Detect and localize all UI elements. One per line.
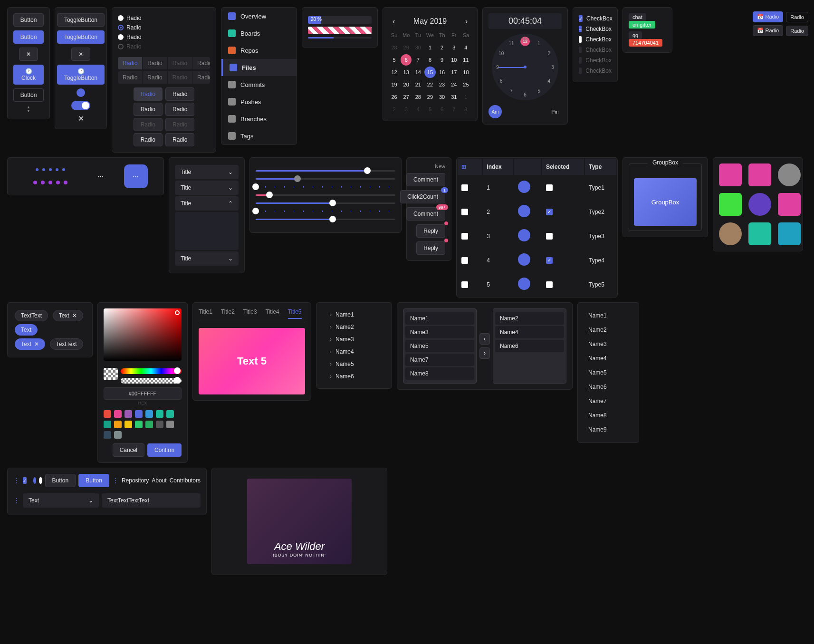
calendar-day[interactable]: 1	[424, 42, 435, 53]
calendar-day[interactable]: 19	[389, 79, 400, 90]
slider[interactable]	[256, 219, 395, 220]
calendar-day[interactable]: 12	[389, 67, 400, 78]
chip-closable[interactable]: Text✕	[53, 310, 83, 321]
table-row[interactable]: 4 ✓ Type4	[458, 249, 616, 272]
round-avatar[interactable]	[748, 193, 771, 216]
color-swatch[interactable]	[166, 421, 174, 428]
calendar-day[interactable]: 18	[460, 67, 471, 78]
color-swatch[interactable]	[124, 410, 132, 418]
list-item[interactable]: Name7	[584, 394, 633, 408]
slider-thumb[interactable]	[174, 367, 181, 374]
list-item[interactable]: Name6	[495, 340, 564, 352]
pixel-avatar[interactable]	[719, 193, 742, 216]
transfer-right-list[interactable]: Name2Name4Name6	[493, 308, 566, 384]
tree-item[interactable]: Name1	[322, 308, 386, 321]
radio-option[interactable]: Radio	[118, 32, 210, 42]
calendar-day[interactable]: 10	[449, 54, 460, 66]
color-swatch[interactable]	[156, 421, 163, 428]
radio-pill[interactable]: Radio	[134, 103, 163, 116]
radio-pill[interactable]: Radio	[134, 133, 163, 146]
calendar-day[interactable]: 15	[424, 67, 435, 78]
tree-item[interactable]: Name6	[322, 370, 386, 383]
toolbar-checkbox[interactable]: ✓	[23, 477, 27, 484]
comment-button[interactable]: Comment	[406, 173, 445, 186]
color-swatch[interactable]	[104, 410, 111, 418]
table-row[interactable]: 3 Type3	[458, 224, 616, 248]
chip-primary-closable[interactable]: Text✕	[15, 338, 45, 350]
grip-icon[interactable]: ⋮	[112, 477, 119, 484]
color-swatch[interactable]	[145, 421, 153, 428]
selected-checkbox[interactable]	[546, 184, 553, 191]
row-checkbox[interactable]	[461, 233, 468, 240]
button-primary[interactable]: Button	[13, 30, 44, 44]
list-item[interactable]: Name9	[584, 423, 633, 437]
color-swatch[interactable]	[135, 421, 143, 428]
nav-item-boards[interactable]: Boards	[221, 25, 297, 42]
toggle-button[interactable]: ToggleButton	[57, 13, 105, 27]
toolbar-radio[interactable]	[33, 477, 36, 484]
toolbar-select[interactable]: Text⌄	[23, 493, 99, 508]
checkbox[interactable]: CheckBox	[579, 34, 612, 45]
radio-option[interactable]: Radio	[118, 13, 210, 23]
radio-pill[interactable]: Radio	[165, 133, 194, 146]
calendar-day[interactable]: 4	[460, 42, 471, 53]
radio-pill[interactable]: Radio	[165, 103, 194, 116]
radio-option[interactable]: Radio	[118, 23, 210, 32]
calendar-day[interactable]: 28	[412, 91, 423, 103]
slider-ticks[interactable]	[256, 186, 395, 188]
checkbox[interactable]: −CheckBox	[579, 24, 612, 34]
calendar-day[interactable]: 17	[449, 67, 460, 78]
list-item[interactable]: Name4	[495, 326, 564, 338]
gitter-badge[interactable]: on gitter	[629, 21, 655, 29]
am-button[interactable]: Am	[488, 105, 502, 118]
grid-icon[interactable]: ⊞	[461, 163, 466, 170]
radio-box[interactable]: Radio	[786, 12, 808, 22]
contributors-link[interactable]: Contributors	[170, 477, 201, 484]
color-cursor[interactable]	[175, 310, 180, 315]
checkbox[interactable]: ✓CheckBox	[579, 13, 612, 24]
calendar-day[interactable]: 25	[460, 79, 471, 90]
color-swatch[interactable]	[135, 410, 143, 418]
color-swatch[interactable]	[104, 431, 111, 439]
close-button[interactable]: ✕	[71, 48, 90, 61]
cancel-button[interactable]: Cancel	[113, 443, 144, 457]
col-selected[interactable]: Selected	[542, 159, 584, 175]
radio-box[interactable]: Radio	[786, 26, 808, 36]
color-swatch[interactable]	[124, 421, 132, 428]
nav-item-tags[interactable]: Tags	[221, 127, 297, 144]
clock-button[interactable]: 🕐 Clock	[13, 65, 44, 85]
calendar-day[interactable]: 11	[460, 54, 471, 66]
tab-title3[interactable]: Title3	[243, 308, 257, 319]
hue-slider[interactable]	[121, 368, 182, 374]
color-swatch[interactable]	[145, 410, 153, 418]
close-button[interactable]: ✕	[19, 48, 38, 61]
list-item[interactable]: Name8	[405, 367, 474, 380]
pixel-avatar[interactable]	[748, 163, 771, 186]
table-row[interactable]: 2 ✓ Type2	[458, 200, 616, 223]
calendar-day[interactable]: 7	[412, 54, 423, 66]
slider[interactable]	[256, 170, 395, 172]
radio-box[interactable]: 📅 Radio	[753, 11, 783, 22]
list-item[interactable]: Name6	[584, 380, 633, 394]
switch-toggle[interactable]	[71, 101, 90, 110]
reply-button[interactable]: Reply	[416, 224, 445, 238]
toggle-button-active[interactable]: ToggleButton	[57, 30, 105, 44]
calendar-grid[interactable]: SuMoTuWeThFrSa28293012345678910111213141…	[389, 29, 471, 115]
transfer-left-list[interactable]: Name1Name3Name5Name7Name8	[403, 308, 477, 384]
list-item[interactable]: Name1	[584, 308, 633, 323]
radio-pill[interactable]: Radio	[165, 87, 194, 101]
calendar-day[interactable]: 27	[401, 91, 412, 103]
selected-checkbox[interactable]	[546, 233, 553, 240]
next-month-button[interactable]: ›	[465, 17, 468, 26]
nav-item-pushes[interactable]: Pushes	[221, 93, 297, 110]
qq-number-badge[interactable]: 714704041	[629, 39, 662, 47]
confirm-button[interactable]: Confirm	[147, 443, 182, 457]
range-slider[interactable]	[256, 194, 395, 196]
prev-month-button[interactable]: ‹	[393, 17, 395, 26]
radio-pill[interactable]: Radio	[134, 87, 163, 101]
table-row[interactable]: 1 Type1	[458, 176, 616, 199]
calendar-day[interactable]: 21	[412, 79, 423, 90]
color-swatch[interactable]	[104, 421, 111, 428]
repository-link[interactable]: Repository	[122, 477, 149, 484]
calendar-day[interactable]: 31	[449, 91, 460, 103]
